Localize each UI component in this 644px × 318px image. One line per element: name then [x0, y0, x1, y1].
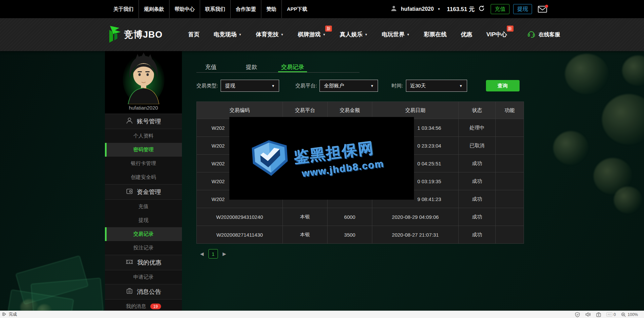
zoom-control[interactable]: 100% — [621, 312, 638, 317]
filter-time-value: 近30天 — [410, 83, 426, 89]
speaker-icon[interactable] — [585, 312, 591, 317]
avatar[interactable] — [118, 51, 169, 104]
nav-item-label: 彩票在线 — [424, 18, 447, 51]
sidebar-item-transactions[interactable]: 交易记录 — [105, 227, 182, 241]
sidebar: hufatian2020 账号管理 个人资料 密码管理 银行卡管理 创建安全码 … — [105, 51, 182, 318]
wallet-icon — [126, 188, 133, 197]
cell-status: 成功 — [458, 172, 495, 190]
add-box-icon[interactable] — [596, 312, 601, 317]
online-service-button[interactable]: 在线客服 — [527, 30, 560, 40]
sidebar-item-bankcard[interactable]: 银行卡管理 — [105, 157, 182, 170]
nav-item[interactable]: 优惠 ▼ — [454, 18, 479, 51]
sidebar-section-funds[interactable]: 资金管理 — [105, 184, 182, 200]
nav-item[interactable]: VIP中心 ▼ 新 — [479, 18, 514, 51]
sidebar-item-deposit[interactable]: 充值 — [105, 200, 182, 213]
page-background: 关于我们规则条款帮助中心联系我们合作加盟赞助APP下载 hufatian2020… — [0, 0, 644, 318]
sidebar-section-label: 资金管理 — [137, 188, 161, 196]
tab-deposit[interactable]: 充值 — [205, 63, 217, 71]
tab-transactions[interactable]: 交易记录 — [281, 63, 304, 71]
nav-item[interactable]: 电玩世界 ▼ — [375, 18, 417, 51]
table-header-cell: 交易平台 — [282, 102, 327, 119]
refresh-icon[interactable] — [478, 5, 485, 13]
topbar-link[interactable]: 规则条款 — [139, 0, 169, 18]
withdraw-button[interactable]: 提现 — [513, 4, 532, 14]
avatar-block: hufatian2020 — [105, 51, 182, 114]
user-icon — [390, 5, 397, 13]
recharge-button[interactable]: 充值 — [491, 4, 509, 14]
cell-date: 2020-08-27 21:07:31 — [372, 226, 458, 243]
chevron-down-icon: ▼ — [280, 18, 283, 51]
filter-type-value: 提现 — [225, 83, 235, 89]
table-header-cell: 状态 — [458, 102, 495, 119]
topbar-link[interactable]: 联系我们 — [200, 0, 230, 18]
nav-item[interactable]: 彩票在线 ▼ — [417, 18, 454, 51]
sidebar-section-promos[interactable]: ¥ 我的优惠 — [105, 255, 182, 270]
nav-item-label: 棋牌游戏 — [298, 18, 320, 51]
status-text: 完成 — [9, 312, 17, 317]
sidebar-item-bets[interactable]: 投注记录 — [105, 241, 182, 255]
chevron-down-icon: ▼ — [365, 18, 368, 51]
chevron-down-icon[interactable]: ▼ — [438, 7, 441, 11]
nav-item-label: 电竞现场 — [214, 18, 237, 51]
sidebar-item-applications[interactable]: 申请记录 — [105, 270, 182, 284]
topbar-link[interactable]: 帮助中心 — [169, 0, 200, 18]
ad-badge: AD — [606, 312, 612, 317]
cell-status: 成功 — [458, 190, 495, 208]
cell-platform: 本银 — [282, 208, 327, 226]
cell-date: 2020-08-29 04:09:06 — [372, 208, 458, 226]
shield-check-icon[interactable] — [575, 312, 580, 317]
filter-type-select[interactable]: 提现 ▼ — [221, 80, 279, 92]
query-button[interactable]: 查询 — [486, 80, 520, 91]
topbar-link[interactable]: 关于我们 — [108, 0, 139, 18]
topbar-link[interactable]: 赞助 — [261, 0, 281, 18]
prev-page-icon[interactable]: ◀ — [200, 251, 204, 256]
nav-item[interactable]: 棋牌游戏 ▼ 新 — [291, 18, 333, 51]
cell-action — [495, 226, 524, 243]
svg-text:¥: ¥ — [128, 261, 130, 264]
tab-withdraw[interactable]: 提款 — [246, 63, 257, 71]
filter-time-select[interactable]: 近30天 ▼ — [406, 80, 467, 92]
watermark-overlay: 鉴黑担保网 www.jhdb8.com — [229, 117, 414, 200]
table-header-cell: 交易金额 — [327, 102, 372, 119]
table-header-row: 交易编码交易平台交易金额交易日期状态功能 — [196, 102, 524, 119]
topbar-link[interactable]: 合作加盟 — [230, 0, 261, 18]
nav-item[interactable]: 真人娱乐 ▼ — [333, 18, 375, 51]
nav-item[interactable]: 首页 ▼ — [181, 18, 207, 51]
ticket-icon: ¥ — [125, 258, 134, 267]
filter-type-label: 交易类型: — [196, 83, 218, 89]
cell-status: 处理中 — [458, 119, 495, 136]
cell-status: 成功 — [458, 226, 495, 243]
username[interactable]: hufatian2020 — [401, 6, 434, 12]
topbar-links: 关于我们规则条款帮助中心联系我们合作加盟赞助APP下载 — [108, 0, 312, 18]
sidebar-item-security-code[interactable]: 创建安全码 — [105, 170, 182, 184]
sidebar-item-withdraw[interactable]: 提现 — [105, 213, 182, 227]
active-tab-underline — [278, 71, 307, 72]
sidebar-section-label: 消息公告 — [137, 288, 161, 296]
filter-platform-select[interactable]: 全部账户 ▼ — [319, 80, 378, 92]
topbar-link[interactable]: APP下载 — [281, 0, 312, 18]
sidebar-item-profile[interactable]: 个人资料 — [105, 129, 182, 143]
mail-icon[interactable] — [538, 6, 547, 13]
nav-item-label: 体育竞技 — [256, 18, 278, 51]
page-number[interactable]: 1 — [209, 249, 218, 259]
adblock-icon[interactable]: AD 0 — [606, 312, 616, 317]
table-row[interactable]: W202008294310240 本银 6000 2020-08-29 04:0… — [196, 208, 524, 226]
sidebar-section-label: 我的优惠 — [137, 259, 161, 267]
table-header-cell: 交易编码 — [197, 102, 282, 119]
nav-item[interactable]: 电竞现场 ▼ — [207, 18, 249, 51]
table-row[interactable]: W202008271411430 本银 3500 2020-08-27 21:0… — [196, 226, 524, 244]
next-page-icon[interactable]: ▶ — [223, 251, 226, 256]
sidebar-section-label: 账号管理 — [137, 117, 161, 125]
nav-item[interactable]: 体育竞技 ▼ — [249, 18, 291, 51]
brand-logo[interactable]: 竞博JBO — [105, 25, 163, 44]
sidebar-item-password[interactable]: 密码管理 — [105, 143, 182, 157]
sidebar-section-announcements[interactable]: 消息公告 — [105, 284, 182, 300]
filter-time-label: 时间: — [391, 83, 403, 89]
filter-platform-label: 交易平台: — [295, 83, 317, 89]
watermark-text: 鉴黑担保网 www.jhdb8.com — [293, 137, 385, 180]
tab-divider — [196, 72, 359, 73]
sidebar-section-account[interactable]: 账号管理 — [105, 114, 182, 129]
notification-dot — [545, 5, 548, 8]
cell-action — [495, 208, 524, 226]
brand-logo-text: 竞博JBO — [124, 29, 163, 41]
